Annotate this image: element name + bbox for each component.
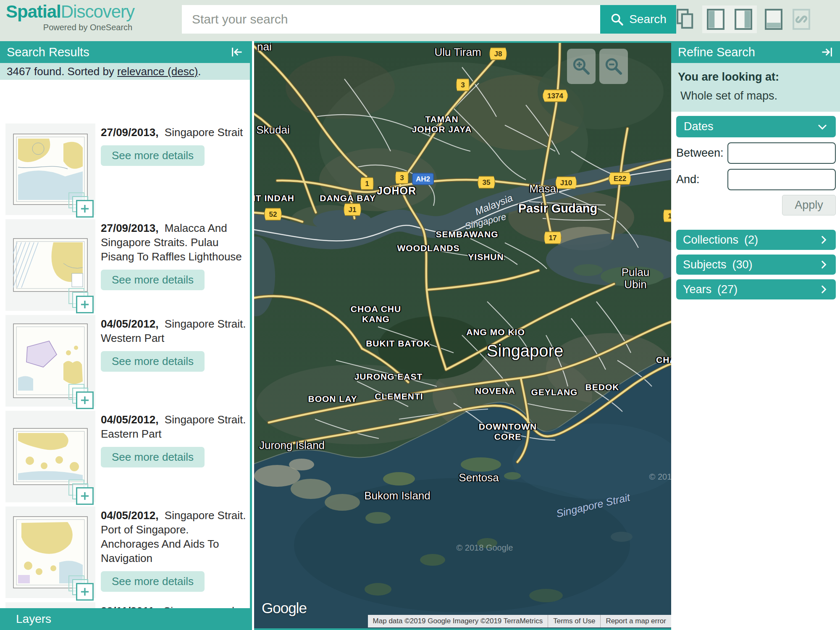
report-map-error-link[interactable]: Report a map error [600, 615, 671, 627]
result-text: 04/05/2012, Singapore Strait. Western Pa… [101, 317, 249, 372]
result-item: 04/05/2012, Singapore Strait. Eastern Pa… [0, 409, 250, 505]
filter-count: (2) [744, 234, 758, 247]
add-to-map-icon[interactable] [68, 575, 94, 601]
logo-bold: Spatial [6, 2, 61, 21]
logo-tagline: Powered by OneSearch [6, 23, 144, 32]
result-thumbnail[interactable] [5, 411, 95, 502]
result-item: 27/09/2013, Malacca And Singapore Strait… [0, 218, 250, 313]
filter-subjects-button[interactable]: Subjects(30) [676, 255, 836, 275]
result-item: 04/05/2012, Singapore Strait. Port of Si… [0, 505, 250, 601]
apply-row: Apply [676, 195, 836, 215]
filter-collections-button[interactable]: Collections(2) [676, 230, 836, 250]
satellite-map[interactable]: naiUlu TiramSkudaiTAMAN JOHOR JAYAJOHORI… [254, 41, 671, 630]
refine-search-panel: Refine Search You are looking at: Whole … [671, 41, 840, 630]
logo-text: SpatialDiscovery [6, 2, 144, 22]
map-zoom-in-button[interactable] [567, 49, 596, 84]
summary-prefix: 3467 found. Sorted by [7, 65, 117, 78]
refine-titlebar: Refine Search [671, 41, 840, 63]
collapse-results-icon[interactable] [231, 46, 243, 58]
between-row: Between: [676, 142, 836, 164]
filter-label: Subjects [683, 258, 727, 271]
see-more-button[interactable]: See more details [101, 571, 205, 592]
app-header: SpatialDiscovery Powered by OneSearch Se… [0, 0, 840, 41]
filter-count: (27) [717, 283, 738, 296]
and-row: And: [676, 169, 836, 190]
share-link-icon[interactable] [790, 6, 812, 32]
and-date-input[interactable] [727, 169, 836, 190]
filter-label: Years [683, 283, 711, 296]
result-item: 27/09/2013, Singapore Strait See more de… [0, 122, 250, 218]
between-label: Between: [676, 147, 724, 160]
result-date: 04/05/2012, [101, 413, 158, 426]
view-layout-controls [675, 6, 812, 33]
add-to-map-icon[interactable] [68, 480, 94, 506]
see-more-button[interactable]: See more details [101, 270, 205, 290]
between-date-input[interactable] [727, 142, 836, 164]
dates-accordion-button[interactable]: Dates [676, 116, 836, 137]
chevron-down-icon [816, 121, 828, 133]
result-text: 27/09/2013, Malacca And Singapore Strait… [101, 221, 249, 290]
map-zoom-out-button[interactable] [599, 49, 628, 84]
result-date: 27/09/2013, [101, 126, 158, 139]
app-logo: SpatialDiscovery Powered by OneSearch [6, 2, 144, 32]
chevron-right-icon [818, 259, 829, 270]
apply-dates-button[interactable]: Apply [782, 195, 836, 215]
spatial-discovery-app: SpatialDiscovery Powered by OneSearch Se… [0, 0, 840, 630]
and-label: And: [676, 173, 700, 186]
search-icon [610, 12, 624, 26]
split-view-right-icon[interactable] [732, 6, 754, 32]
satellite-map-image [254, 41, 671, 630]
filter-years-button[interactable]: Years(27) [676, 279, 836, 299]
view-icon-group [702, 5, 757, 33]
results-summary: 3467 found. Sorted by relevance (desc). [0, 63, 250, 80]
search-results-panel: Search Results 3467 found. Sorted by rel… [0, 41, 252, 630]
add-to-map-icon[interactable] [68, 192, 94, 218]
search-button[interactable]: Search [600, 5, 676, 34]
dates-label: Dates [684, 120, 714, 133]
result-thumbnail[interactable] [5, 123, 95, 215]
result-title: Singapore Strait [158, 126, 243, 139]
refine-content: Dates Between: And: Apply Collections(2)… [671, 112, 840, 299]
terms-of-use-link[interactable]: Terms of Use [548, 615, 600, 627]
split-view-left-icon[interactable] [705, 6, 727, 32]
add-to-map-icon[interactable] [68, 288, 94, 314]
results-list: 27/09/2013, Singapore Strait See more de… [0, 122, 250, 630]
result-date: 27/09/2013, [101, 222, 158, 234]
sort-order-link[interactable]: relevance (desc) [117, 65, 198, 78]
search-bar: Search [182, 5, 676, 34]
result-thumbnail[interactable] [5, 507, 95, 598]
looking-at-value: Whole set of maps. [678, 89, 833, 102]
pages-icon[interactable] [675, 6, 696, 32]
filter-count: (30) [732, 258, 753, 271]
collapse-refine-icon[interactable] [821, 46, 833, 58]
split-view-bottom-icon[interactable] [763, 6, 785, 32]
layers-bar[interactable]: Layers [0, 608, 250, 630]
search-button-label: Search [629, 13, 667, 26]
logo-light: Discovery [61, 2, 134, 21]
looking-at-label: You are looking at: [678, 71, 833, 84]
zoom-in-icon [572, 57, 591, 76]
result-text: 04/05/2012, Singapore Strait. Port of Si… [101, 508, 249, 592]
filter-buttons: Collections(2) Subjects(30) Years(27) [676, 230, 836, 299]
result-item: 04/05/2012, Singapore Strait. Western Pa… [0, 313, 250, 409]
result-date: 04/05/2012, [101, 509, 158, 522]
result-thumbnail[interactable] [5, 219, 95, 311]
summary-suffix: . [198, 65, 201, 78]
add-to-map-icon[interactable] [68, 384, 94, 410]
looking-at-box: You are looking at: Whole set of maps. [671, 63, 840, 112]
result-date: 04/05/2012, [101, 318, 158, 330]
see-more-button[interactable]: See more details [101, 351, 205, 372]
google-logo[interactable]: Google [262, 600, 307, 617]
see-more-button[interactable]: See more details [101, 447, 205, 467]
refine-panel-title: Refine Search [678, 45, 755, 59]
results-panel-title: Search Results [7, 45, 89, 59]
search-input[interactable] [182, 5, 600, 34]
result-thumbnail[interactable] [5, 315, 95, 407]
filter-label: Collections [683, 234, 738, 247]
chevron-right-icon [818, 284, 829, 295]
map-data-credit: Map data ©2019 Google Imagery ©2019 Terr… [368, 615, 548, 627]
result-text: 27/09/2013, Singapore Strait See more de… [101, 125, 249, 166]
see-more-button[interactable]: See more details [101, 145, 205, 166]
result-text: 04/05/2012, Singapore Strait. Eastern Pa… [101, 412, 249, 467]
map-attribution-bar: Map data ©2019 Google Imagery ©2019 Terr… [368, 615, 671, 627]
